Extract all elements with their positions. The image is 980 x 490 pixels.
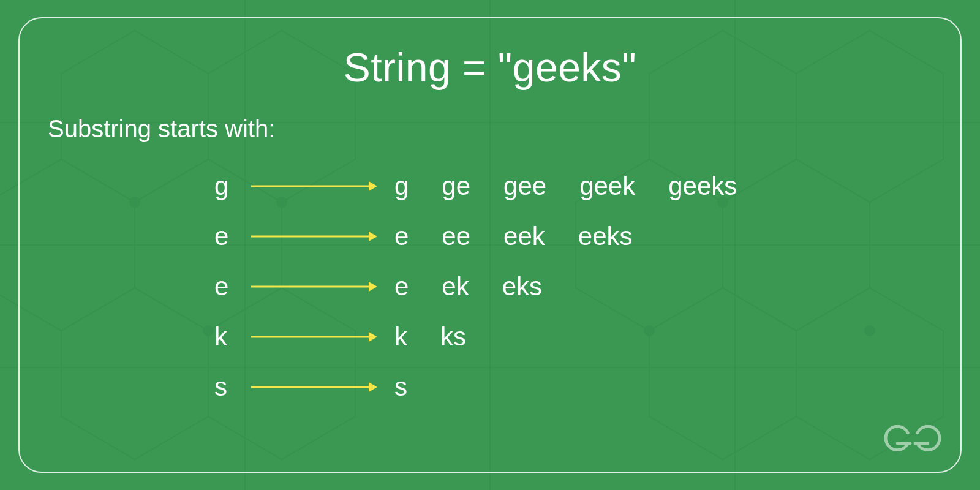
svg-marker-25 [369, 181, 377, 191]
diagram-content: String = "geeks" Substring starts with: … [0, 0, 980, 490]
row-e2: e e ek eks [214, 262, 937, 312]
arrow-icon [249, 277, 377, 296]
substring: eek [503, 222, 545, 251]
substring: e [394, 272, 409, 301]
arrow-icon [249, 177, 377, 195]
start-char: s [214, 372, 249, 402]
substring: gee [503, 172, 546, 201]
arrow-icon [249, 378, 377, 396]
substrings: k ks [394, 322, 466, 352]
substring: ge [442, 172, 470, 201]
diagram-title: String = "geeks" [43, 44, 937, 91]
substring: k [394, 322, 407, 352]
substring: e [394, 222, 409, 251]
substring: g [394, 172, 409, 201]
substrings: g ge gee geek geeks [394, 172, 737, 201]
arrow-icon [249, 227, 377, 246]
svg-marker-33 [369, 382, 377, 392]
gfg-logo-icon [883, 425, 942, 462]
start-char: e [214, 272, 249, 301]
substring: s [394, 372, 407, 402]
substring: ee [442, 222, 470, 251]
diagram-subtitle: Substring starts with: [48, 115, 937, 143]
substring: ks [440, 322, 466, 352]
substring: eks [502, 272, 542, 301]
row-g: g g ge gee geek geeks [214, 161, 937, 211]
substrings: e ee eek eeks [394, 222, 633, 251]
substring: eeks [578, 222, 633, 251]
substring: geek [579, 172, 635, 201]
row-e1: e e ee eek eeks [214, 211, 937, 262]
substring: ek [442, 272, 469, 301]
substrings: s [394, 372, 407, 402]
substring: geeks [668, 172, 737, 201]
start-char: e [214, 222, 249, 251]
substring-rows: g g ge gee geek geeks e e ee eek eeks [214, 161, 937, 412]
svg-marker-27 [369, 232, 377, 241]
arrow-icon [249, 328, 377, 346]
substrings: e ek eks [394, 272, 542, 301]
row-s: s s [214, 362, 937, 412]
svg-marker-29 [369, 282, 377, 292]
svg-marker-31 [369, 332, 377, 342]
start-char: g [214, 172, 249, 201]
row-k: k k ks [214, 312, 937, 362]
start-char: k [214, 322, 249, 352]
